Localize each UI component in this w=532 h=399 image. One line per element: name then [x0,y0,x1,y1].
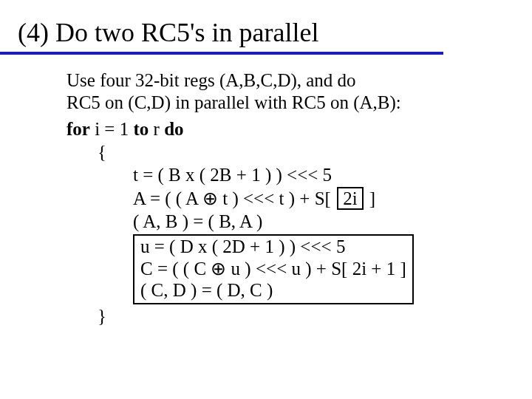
t-assign: t = ( B x ( 2B + 1 ) ) <<< 5 [66,163,502,186]
slide-title: (4) Do two RC5's in parallel [0,19,443,55]
open-brace: { [66,140,502,163]
boxed-lines: u = ( D x ( 2D + 1 ) ) <<< 5 C = ( ( C ⊕… [133,234,414,304]
slide: (4) Do two RC5's in parallel Use four 32… [0,0,532,399]
kw-to: to [133,119,149,139]
kw-do: do [164,119,183,139]
u-assign: u = ( D x ( 2D + 1 ) ) <<< 5 [140,236,345,256]
box-2i: 2i [337,187,363,211]
intro-line-1: Use four 32-bit regs (A,B,C,D), and do [66,69,502,92]
intro-line-2: RC5 on (C,D) in parallel with RC5 on (A,… [66,92,502,115]
close-brace: } [66,304,502,327]
ab-swap: ( A, B ) = ( B, A ) [66,210,502,233]
c-assign: C = ( ( C ⊕ u ) <<< u ) + S[ 2i + 1 ] [140,259,406,279]
cd-swap: ( C, D ) = ( D, C ) [140,280,273,300]
xor-icon: ⊕ [211,258,226,279]
xor-icon: ⊕ [202,188,218,208]
pseudocode: for i = 1 to r do { t = ( B x ( 2B + 1 )… [66,117,502,327]
a-assign: A = ( ( A ⊕ t ) <<< t ) + S[ 2i ] [66,187,502,211]
slide-body: Use four 32-bit regs (A,B,C,D), and do R… [0,55,532,327]
kw-for: for [66,119,90,139]
for-line: for i = 1 to r do [66,117,502,140]
box-group: u = ( D x ( 2D + 1 ) ) <<< 5 C = ( ( C ⊕… [66,233,502,304]
